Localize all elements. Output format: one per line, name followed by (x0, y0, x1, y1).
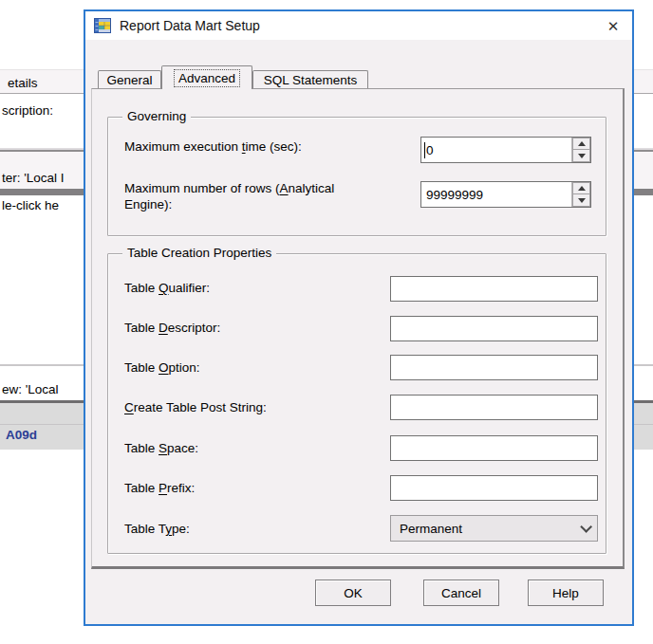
create-table-post-string-label: Create Table Post String: (124, 399, 267, 415)
spin-up-button[interactable] (572, 182, 590, 194)
close-icon[interactable]: ✕ (603, 16, 624, 37)
table-prefix-input[interactable] (390, 475, 598, 501)
table-descriptor-input[interactable] (390, 316, 598, 341)
table-qualifier-input[interactable] (390, 276, 598, 302)
table-qualifier-label: Table Qualifier: (124, 280, 210, 296)
background-record-id-link[interactable]: A09d (6, 428, 37, 442)
dialog-titlebar[interactable]: Report Data Mart Setup ✕ (85, 11, 632, 40)
dialog-title: Report Data Mart Setup (120, 18, 260, 33)
max-execution-time-label: Maximum execution time (sec): (124, 138, 409, 155)
ok-button[interactable]: OK (315, 580, 391, 606)
max-execution-time-input[interactable] (421, 138, 571, 162)
max-rows-label: Maximum number of rows (Analytical Engin… (124, 180, 369, 212)
spinner-buttons (571, 182, 590, 207)
table-descriptor-label: Table Descriptor: (124, 320, 220, 336)
tab-strip: General Advanced SQL Statements (98, 65, 368, 88)
report-icon (94, 18, 111, 33)
max-execution-time-spinbox (420, 137, 591, 163)
table-prefix-label: Table Prefix: (124, 480, 195, 496)
background-filter-text: ter: 'Local I (2, 171, 65, 185)
table-creation-group-title: Table Creation Properties (122, 246, 276, 260)
background-description-label: scription: (2, 103, 53, 118)
report-data-mart-setup-dialog: Report Data Mart Setup ✕ General Advance… (84, 9, 634, 626)
up-arrow-icon (578, 186, 586, 191)
max-rows-spinbox (420, 181, 591, 208)
max-rows-input[interactable] (421, 182, 571, 207)
table-option-label: Table Option: (124, 359, 200, 376)
down-arrow-icon (578, 154, 586, 158)
table-type-label: Table Type: (124, 521, 190, 537)
chevron-down-icon (580, 521, 592, 533)
create-table-post-string-input[interactable] (390, 395, 598, 420)
spin-up-button[interactable] (572, 138, 590, 150)
table-space-input[interactable] (390, 435, 598, 461)
spinner-buttons (571, 138, 590, 162)
tab-sql-statements[interactable]: SQL Statements (252, 70, 368, 88)
governing-group-title: Governing (122, 109, 191, 123)
down-arrow-icon (578, 198, 586, 203)
table-type-select[interactable]: Permanent (390, 515, 598, 542)
help-button[interactable]: Help (528, 580, 604, 606)
spin-down-button[interactable] (572, 150, 590, 162)
tab-general[interactable]: General (98, 70, 161, 88)
table-option-input[interactable] (390, 355, 598, 380)
advanced-tab-page: Governing Maximum execution time (sec): … (91, 88, 625, 569)
cancel-button[interactable]: Cancel (423, 580, 499, 606)
spin-down-button[interactable] (572, 194, 590, 207)
background-doubleclick-hint: le-click he (2, 198, 59, 212)
background-view-text: ew: 'Local (2, 382, 59, 396)
background-details-text: etails (8, 76, 38, 90)
tab-advanced[interactable]: Advanced (161, 65, 252, 89)
table-space-label: Table Space: (124, 440, 198, 456)
text-caret (424, 142, 425, 158)
table-type-selected-value: Permanent (400, 522, 580, 536)
up-arrow-icon (578, 141, 586, 146)
governing-groupbox: Governing (107, 117, 606, 236)
